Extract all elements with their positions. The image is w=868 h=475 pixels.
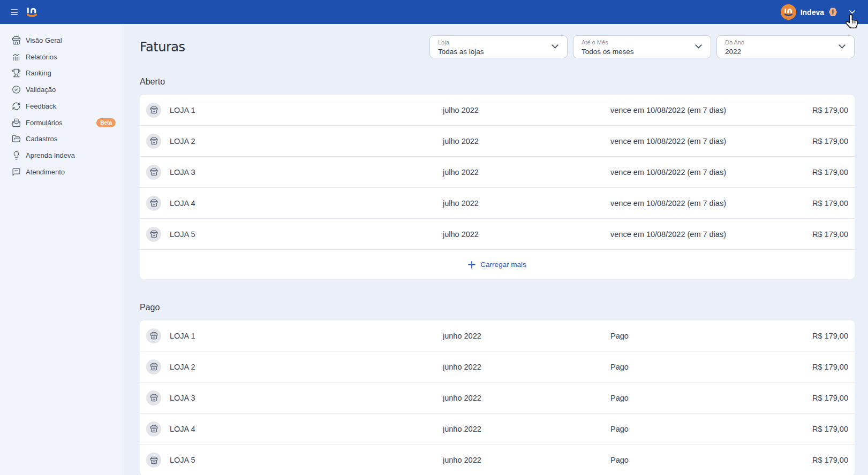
store-icon: [150, 230, 158, 238]
sections: Aberto LOJA 1 julho 2022 vence em 10/08/…: [140, 76, 855, 475]
main-content: Faturas Loja Todas as lojas Até o Mês To…: [125, 24, 868, 475]
sidebar-nav: Visão Geral Relatórios Ranking: [0, 32, 124, 180]
store-name: LOJA 2: [170, 137, 195, 145]
invoice-status: Pago: [610, 456, 629, 464]
invoice-status: Pago: [610, 363, 629, 371]
store-icon: [150, 106, 158, 114]
filters: Loja Todas as lojas Até o Mês Todos os m…: [429, 35, 855, 58]
store-name: LOJA 1: [170, 332, 195, 340]
invoice-value: R$ 179,00: [812, 137, 848, 145]
sidebar-item[interactable]: Formulários Beta: [0, 114, 124, 131]
top-header: Indeva: [0, 0, 868, 24]
avatar-logo-icon: [784, 8, 793, 17]
sidebar-item[interactable]: Visão Geral: [0, 32, 124, 49]
load-more-button[interactable]: Carregar mais: [468, 261, 526, 269]
invoice-value: R$ 179,00: [812, 230, 848, 239]
invoice-period: junho 2022: [443, 394, 481, 402]
account-name: Indeva: [801, 8, 824, 17]
invoice-period: junho 2022: [443, 425, 481, 433]
invoice-row[interactable]: LOJA 2 junho 2022 Pago R$ 179,00: [140, 351, 855, 382]
filter-select[interactable]: Loja Todas as lojas: [429, 35, 568, 58]
store-name: LOJA 3: [170, 394, 195, 402]
sidebar: Visão Geral Relatórios Ranking: [0, 24, 124, 475]
sidebar-item[interactable]: Ranking: [0, 65, 124, 82]
invoice-status: vence em 10/08/2022 (em 7 dias): [610, 137, 726, 145]
plus-icon: [468, 261, 475, 269]
brand-logo[interactable]: [26, 7, 37, 18]
store-name: LOJA 5: [170, 230, 195, 239]
store-icon: [150, 425, 158, 433]
invoice-row[interactable]: LOJA 4 junho 2022 Pago R$ 179,00: [140, 413, 855, 445]
invoice-section: Pago LOJA 1 junho 2022 Pago R$ 179,00 LO…: [140, 302, 855, 475]
invoice-period: julho 2022: [443, 106, 479, 114]
sidebar-item[interactable]: Validação: [0, 81, 124, 98]
store-avatar: [146, 359, 161, 374]
store-name: LOJA 4: [170, 199, 195, 208]
menu-hamburger-button[interactable]: [11, 9, 18, 15]
invoice-row[interactable]: LOJA 5 julho 2022 vence em 10/08/2022 (e…: [140, 219, 855, 250]
section-title: Pago: [140, 302, 855, 313]
invoice-row[interactable]: LOJA 4 julho 2022 vence em 10/08/2022 (e…: [140, 188, 855, 219]
store-icon: [150, 394, 158, 402]
store-name: LOJA 3: [170, 168, 195, 177]
invoice-status: Pago: [610, 394, 629, 402]
invoice-row[interactable]: LOJA 3 junho 2022 Pago R$ 179,00: [140, 382, 855, 413]
store-avatar: [146, 134, 161, 149]
form-icon: [12, 118, 21, 127]
folder-open-icon: [12, 134, 21, 143]
alert-hexagon-icon: [829, 7, 837, 16]
chevron-down-icon: [695, 44, 702, 49]
store-icon: [150, 137, 158, 145]
store-avatar: [146, 196, 161, 211]
store-icon: [150, 456, 158, 464]
account-chevron-down-icon[interactable]: [849, 10, 855, 14]
invoice-row[interactable]: LOJA 3 julho 2022 vence em 10/08/2022 (e…: [140, 157, 855, 188]
store-name: LOJA 5: [170, 456, 195, 464]
section-title: Aberto: [140, 76, 855, 87]
store-icon: [150, 168, 158, 176]
invoice-row[interactable]: LOJA 1 julho 2022 vence em 10/08/2022 (e…: [140, 95, 855, 126]
invoice-value: R$ 179,00: [812, 363, 848, 371]
store-name: LOJA 2: [170, 363, 195, 371]
invoice-period: julho 2022: [443, 137, 479, 145]
store-avatar: [146, 165, 161, 180]
invoice-status: Pago: [610, 425, 629, 433]
filter-select[interactable]: Do Ano 2022: [716, 35, 855, 58]
indeva-logo-icon: [26, 7, 37, 18]
invoice-value: R$ 179,00: [812, 106, 848, 114]
invoice-status: vence em 10/08/2022 (em 7 dias): [610, 199, 726, 208]
account-avatar: [781, 4, 796, 20]
invoice-value: R$ 179,00: [812, 425, 848, 433]
invoice-card: LOJA 1 junho 2022 Pago R$ 179,00 LOJA 2 …: [140, 320, 855, 475]
account-menu[interactable]: Indeva: [781, 4, 868, 20]
sidebar-item[interactable]: Relatórios: [0, 49, 124, 65]
invoice-period: julho 2022: [443, 168, 479, 177]
invoice-value: R$ 179,00: [812, 332, 848, 340]
load-more-row: Carregar mais: [140, 250, 855, 279]
invoice-row[interactable]: LOJA 5 junho 2022 Pago R$ 179,00: [140, 445, 855, 475]
invoice-status: Pago: [610, 332, 629, 340]
sidebar-item[interactable]: Atendimento: [0, 164, 124, 180]
invoice-period: junho 2022: [443, 332, 481, 340]
filter-select[interactable]: Até o Mês Todos os meses: [573, 35, 711, 58]
sidebar-item[interactable]: Cadastros: [0, 131, 124, 148]
store-icon: [150, 199, 158, 207]
store-icon: [12, 36, 21, 45]
invoice-row[interactable]: LOJA 1 junho 2022 Pago R$ 179,00: [140, 320, 855, 351]
sidebar-item[interactable]: Feedback: [0, 98, 124, 114]
chevron-down-icon: [552, 44, 558, 49]
invoice-card: LOJA 1 julho 2022 vence em 10/08/2022 (e…: [140, 95, 855, 279]
beta-badge: Beta: [96, 118, 116, 127]
invoice-period: julho 2022: [443, 230, 479, 239]
invoice-status: vence em 10/08/2022 (em 7 dias): [610, 230, 726, 239]
refresh-icon: [12, 102, 21, 111]
invoice-period: julho 2022: [443, 199, 479, 208]
chart-icon: [12, 52, 21, 62]
store-icon: [150, 332, 158, 340]
lightbulb-icon: [12, 151, 21, 160]
invoice-status: vence em 10/08/2022 (em 7 dias): [610, 106, 726, 114]
trophy-icon: [12, 68, 21, 78]
invoice-row[interactable]: LOJA 2 julho 2022 vence em 10/08/2022 (e…: [140, 126, 855, 157]
sidebar-item[interactable]: Aprenda Indeva: [0, 147, 124, 164]
store-avatar: [146, 422, 161, 436]
